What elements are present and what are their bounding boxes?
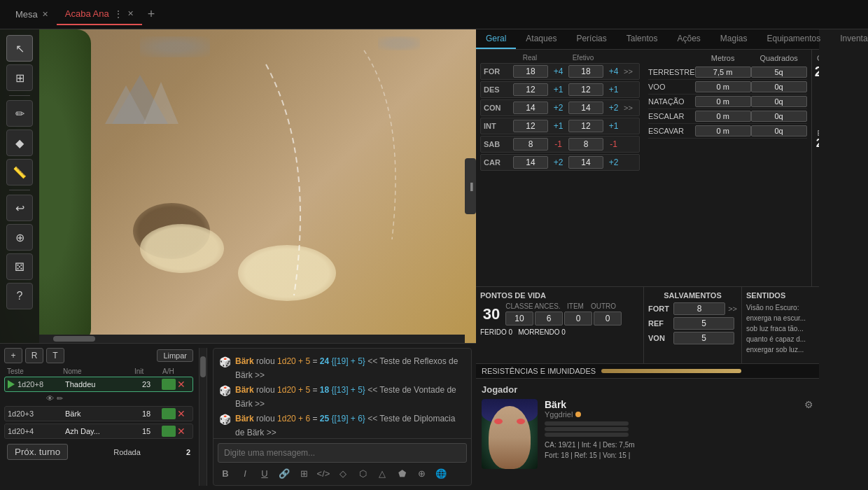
chat-globe-button[interactable]: 🌐 <box>433 465 449 481</box>
attr-val-con-eff[interactable]: 14 <box>568 102 603 114</box>
initiative-row-2[interactable]: 1d20+3 Bärk 18 ✕ <box>4 406 193 421</box>
map-scroll-right[interactable]: ▐ <box>465 158 476 214</box>
map-area[interactable]: ↖ ⊞ ✏ ◆ 📏 ↩ ⊕ ⚄ ? ▐ <box>0 29 476 343</box>
sheet-tab-geral[interactable]: Geral <box>476 29 516 49</box>
sheet-tab-equipamentos[interactable]: Equipamentos <box>757 29 831 49</box>
tab-options-icon[interactable]: ⋮ <box>113 8 123 20</box>
tab-acaba-close[interactable]: ✕ <box>127 9 134 18</box>
attr-val-int-eff[interactable]: 12 <box>568 120 603 132</box>
movement-val-terrestre-m[interactable]: 7,5 m <box>695 66 751 78</box>
hp-current-value[interactable]: 30 <box>480 305 503 323</box>
hp-val-item[interactable]: 0 <box>564 312 592 326</box>
tab-mesa[interactable]: Mesa ✕ <box>7 5 57 24</box>
movement-val-escavar-m[interactable]: 0 m <box>695 125 751 136</box>
attr-val-con-real[interactable]: 14 <box>513 102 548 114</box>
attr-val-des-eff[interactable]: 12 <box>568 83 603 96</box>
sheet-tab-inventario[interactable]: Inventario <box>830 29 868 49</box>
sheet-tab-acoes[interactable]: Ações <box>667 29 710 49</box>
init-eye-icon-1[interactable]: 👁 <box>46 394 54 403</box>
attr-val-sab-eff[interactable]: 8 <box>568 138 603 150</box>
salv-expand-fort[interactable]: >> <box>728 304 737 313</box>
chat-underline-button[interactable]: U <box>257 465 272 481</box>
ca-value[interactable]: 21 <box>815 64 819 80</box>
map-canvas[interactable] <box>0 29 476 343</box>
chat-shape4-button[interactable]: ⬟ <box>394 465 410 481</box>
attr-val-car-real[interactable]: 14 <box>513 156 548 169</box>
movement-val-escavar-q[interactable]: 0q <box>751 125 807 136</box>
init-delete-3[interactable]: ✕ <box>177 426 186 437</box>
chat-shape5-button[interactable]: ⊕ <box>414 465 429 481</box>
hp-morrendo-val[interactable]: 0 <box>561 328 566 336</box>
movement-val-voo-q[interactable]: 0q <box>751 81 807 92</box>
player-settings-icon[interactable]: ⚙ <box>804 399 813 469</box>
attr-expand-con[interactable]: >> <box>624 104 638 112</box>
movement-val-escalar-m[interactable]: 0 m <box>695 111 751 122</box>
init-green-2[interactable] <box>162 408 176 419</box>
chat-code-button[interactable]: </> <box>316 465 331 481</box>
attr-val-car-eff[interactable]: 14 <box>568 156 603 169</box>
mid-scroll[interactable] <box>199 348 207 486</box>
chat-bold-button[interactable]: B <box>218 465 233 481</box>
tab-acaba-ana[interactable]: Acaba Ana ⋮ ✕ <box>57 4 142 25</box>
salv-val-fort[interactable]: 8 <box>673 302 725 315</box>
chat-shape1-button[interactable]: ◇ <box>335 465 351 481</box>
proximo-turno-button[interactable]: Próx. turno <box>7 444 68 460</box>
help-tool-button[interactable]: ? <box>6 283 33 309</box>
zoom-tool-button[interactable]: ⊕ <box>6 224 33 251</box>
movement-val-natacao-m[interactable]: 0 m <box>695 96 751 107</box>
initiative-add-button[interactable]: + <box>4 348 22 363</box>
attr-val-des-real[interactable]: 12 <box>513 83 548 96</box>
init-edit-icon-1[interactable]: ✏ <box>57 394 63 403</box>
player-mp-track <box>545 427 629 431</box>
initiative-clear-button[interactable]: Limpar <box>157 349 193 362</box>
sheet-tab-magias[interactable]: Magias <box>710 29 757 49</box>
movement-val-terrestre-q[interactable]: 5q <box>751 66 807 78</box>
chat-shape3-button[interactable]: △ <box>374 465 390 481</box>
hp-val-classe[interactable]: 10 <box>505 312 533 326</box>
hp-ferido-val[interactable]: 0 <box>509 328 513 336</box>
salv-val-ref[interactable]: 5 <box>673 317 734 330</box>
attr-val-int-real[interactable]: 12 <box>513 120 548 132</box>
attr-val-for-real[interactable]: 18 <box>513 65 548 78</box>
extra-value[interactable]: 23 <box>816 137 819 150</box>
ruler-tool-button[interactable]: 📏 <box>6 159 33 186</box>
chat-messages[interactable]: 🎲 Bärk rolou 1d20 + 5 = 24 {[19] + 5} <<… <box>214 349 471 438</box>
initiative-r-button[interactable]: R <box>25 348 43 363</box>
sheet-tab-talentos[interactable]: Talentos <box>617 29 668 49</box>
salv-val-von[interactable]: 5 <box>673 332 734 344</box>
hp-morrendo: MORRENDO 0 <box>518 328 566 336</box>
cursor-tool-button[interactable]: ↖ <box>6 35 33 62</box>
init-delete-1[interactable]: ✕ <box>177 379 186 390</box>
init-delete-2[interactable]: ✕ <box>177 408 186 419</box>
movement-val-natacao-q[interactable]: 0q <box>751 96 807 107</box>
initiative-t-button[interactable]: T <box>46 348 64 363</box>
movement-val-escalar-q[interactable]: 0q <box>751 111 807 122</box>
initiative-col-teste: Teste <box>7 368 63 375</box>
chat-table-button[interactable]: ⊞ <box>296 465 312 481</box>
map-scroll-bottom[interactable] <box>39 335 465 343</box>
dice-tool-button[interactable]: ⚄ <box>6 253 33 280</box>
sheet-tab-ataques[interactable]: Ataques <box>516 29 566 49</box>
sheet-tab-pericias[interactable]: Perícias <box>566 29 616 49</box>
init-green-3[interactable] <box>162 426 176 437</box>
initiative-row-1[interactable]: 1d20+8 Thaddeu 23 ✕ <box>4 377 193 392</box>
pencil-tool-button[interactable]: ✏ <box>6 100 33 127</box>
hp-val-outro[interactable]: 0 <box>594 312 622 326</box>
layers-tool-button[interactable]: ⊞ <box>6 64 33 91</box>
chat-italic-button[interactable]: I <box>237 465 253 481</box>
chat-link-button[interactable]: 🔗 <box>276 465 292 481</box>
chat-message-input[interactable] <box>218 443 467 463</box>
diamond-tool-button[interactable]: ◆ <box>6 130 33 156</box>
attr-val-for-eff[interactable]: 18 <box>568 65 603 78</box>
init-green-1[interactable] <box>162 379 176 390</box>
undo-tool-button[interactable]: ↩ <box>6 195 33 221</box>
initiative-section: + R T Limpar Teste Nome Init A/H 1d20+8 <box>4 348 193 486</box>
tab-add-button[interactable]: + <box>142 7 161 22</box>
attr-val-sab-real[interactable]: 8 <box>513 138 548 150</box>
hp-val-ances[interactable]: 6 <box>535 312 563 326</box>
initiative-row-3[interactable]: 1d20+4 Azh Day... 15 ✕ <box>4 424 193 439</box>
tab-mesa-close[interactable]: ✕ <box>42 10 48 19</box>
movement-val-voo-m[interactable]: 0 m <box>695 81 751 92</box>
chat-shape2-button[interactable]: ⬡ <box>355 465 370 481</box>
attr-expand-for[interactable]: >> <box>624 67 638 76</box>
